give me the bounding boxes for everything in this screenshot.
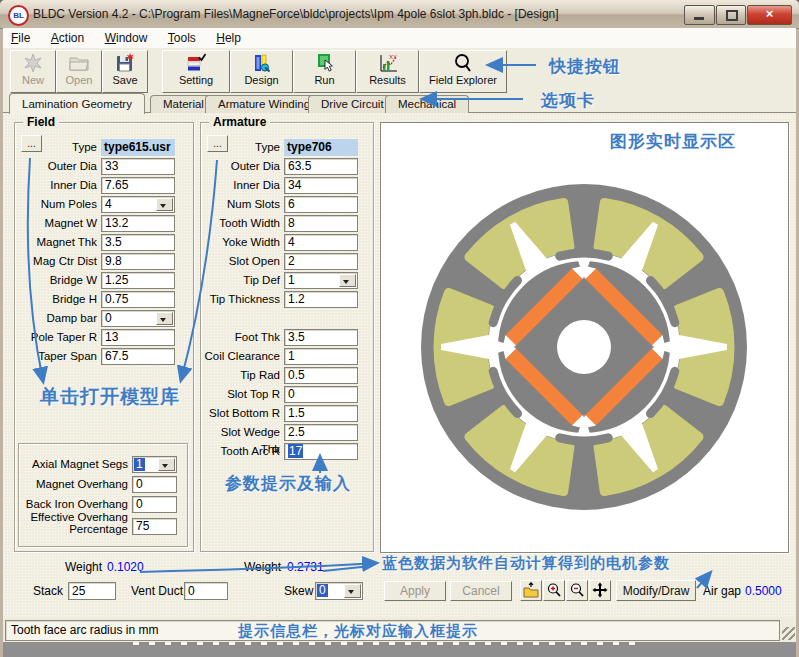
foot-thk-input[interactable]: 3.5 bbox=[284, 329, 358, 346]
armature-inner-dia-input[interactable]: 34 bbox=[284, 177, 358, 194]
magnet-overhang-input[interactable]: 0 bbox=[132, 476, 177, 493]
num-poles-combobox[interactable]: 4 bbox=[101, 196, 175, 213]
num-slots-input[interactable]: 6 bbox=[284, 196, 358, 213]
magnet-w-input[interactable]: 13.2 bbox=[101, 215, 175, 232]
results-button[interactable]: XY Results bbox=[356, 50, 419, 93]
tab-drive-circuit[interactable]: Drive Circuit bbox=[308, 95, 397, 113]
resize-grip-icon[interactable] bbox=[782, 627, 795, 640]
app-window: BL BLDC Version 4.2 - C:\Program Files\M… bbox=[0, 0, 799, 657]
tab-armature-winding[interactable]: Armature Winding bbox=[205, 95, 323, 113]
yoke-width-input[interactable]: 4 bbox=[284, 234, 358, 251]
tooth-arc-r-input[interactable]: 17 bbox=[284, 443, 358, 460]
menu-help[interactable]: Help bbox=[208, 29, 249, 45]
field-explorer-button[interactable]: Field Explorer bbox=[419, 50, 507, 93]
field-outer-dia-input[interactable]: 33 bbox=[101, 158, 175, 175]
tip-rad-input[interactable]: 0.5 bbox=[284, 367, 358, 384]
motor-cross-section bbox=[381, 123, 786, 550]
run-button[interactable]: Run bbox=[293, 50, 356, 93]
dropdown-arrow-icon[interactable] bbox=[339, 274, 356, 287]
field-inner-dia-input[interactable]: 7.65 bbox=[101, 177, 175, 194]
apply-button[interactable]: Apply bbox=[384, 581, 446, 601]
design-button[interactable]: Design bbox=[230, 50, 293, 93]
status-field: Tooth face arc radius in mm 提示信息栏，光标对应输入… bbox=[5, 620, 780, 641]
stack-input[interactable]: 25 bbox=[68, 582, 116, 600]
save-button[interactable]: Save bbox=[102, 50, 148, 93]
maximize-button[interactable] bbox=[716, 5, 746, 25]
annotation-calc: 蓝色数据为软件自动计算得到的电机参数 bbox=[382, 554, 670, 573]
row-label: Damp bar bbox=[15, 310, 97, 327]
new-button[interactable]: New bbox=[10, 50, 56, 93]
save-icon bbox=[114, 52, 136, 74]
pole-taper-r-input[interactable]: 13 bbox=[101, 329, 175, 346]
toolbar: New Open Save Setting Design Run bbox=[3, 48, 796, 94]
mag-ctr-dist-input[interactable]: 9.8 bbox=[101, 253, 175, 270]
slot-open-input[interactable]: 2 bbox=[284, 253, 358, 270]
annotation-input: 参数提示及输入 bbox=[225, 472, 351, 495]
export-image-button[interactable] bbox=[520, 580, 542, 601]
design-icon bbox=[251, 52, 273, 74]
skew-combobox[interactable]: 0 bbox=[315, 582, 363, 600]
annotation-display: 图形实时显示区 bbox=[610, 130, 736, 153]
tabstrip: Lamination Geometry Material Armature Wi… bbox=[3, 93, 796, 113]
dropdown-arrow-icon[interactable] bbox=[156, 198, 173, 211]
clipped-watermark bbox=[3, 642, 796, 657]
window-title: BLDC Version 4.2 - C:\Program Files\Magn… bbox=[33, 7, 559, 21]
setting-button[interactable]: Setting bbox=[162, 50, 230, 93]
menu-tools[interactable]: Tools bbox=[160, 29, 204, 45]
open-button[interactable]: Open bbox=[56, 50, 102, 93]
dropdown-arrow-icon[interactable] bbox=[158, 458, 175, 471]
coil-clearance-input[interactable]: 1 bbox=[284, 348, 358, 365]
tab-lamination-geometry[interactable]: Lamination Geometry bbox=[9, 93, 145, 114]
taper-span-input[interactable]: 67.5 bbox=[101, 348, 175, 365]
modify-draw-button[interactable]: Modify/Draw bbox=[616, 580, 696, 601]
annotation-library: 单击打开模型库 bbox=[40, 384, 180, 410]
menu-file[interactable]: File bbox=[3, 29, 38, 45]
row-label: Outer Dia bbox=[15, 158, 97, 175]
minimize-button[interactable] bbox=[684, 5, 715, 25]
tip-def-combobox[interactable]: 1 bbox=[284, 272, 358, 289]
tip-thickness-input[interactable]: 1.2 bbox=[284, 291, 358, 308]
slot-top-r-input[interactable]: 0 bbox=[284, 386, 358, 403]
slot-bottom-r-input[interactable]: 1.5 bbox=[284, 405, 358, 422]
dropdown-arrow-icon[interactable] bbox=[344, 584, 361, 598]
zoom-out-icon bbox=[569, 582, 585, 598]
tooth-width-input[interactable]: 8 bbox=[284, 215, 358, 232]
damp-bar-combobox[interactable]: 0 bbox=[101, 310, 175, 327]
menu-action[interactable]: Action bbox=[43, 29, 92, 45]
dropdown-arrow-icon[interactable] bbox=[156, 312, 173, 325]
bridge-h-input[interactable]: 0.75 bbox=[101, 291, 175, 308]
field-type-value[interactable]: type615.usr bbox=[101, 139, 175, 156]
folder-out-icon bbox=[523, 582, 539, 598]
row-label: Taper Span bbox=[15, 348, 97, 365]
lamination-geometry-page: Field ... Typetype615.usr Outer Dia33 In… bbox=[3, 113, 796, 618]
cancel-button[interactable]: Cancel bbox=[450, 581, 512, 601]
zoom-out-button[interactable] bbox=[566, 580, 588, 601]
vent-duct-label: Vent Duct bbox=[131, 584, 183, 598]
zoom-in-button[interactable] bbox=[543, 580, 565, 601]
titlebar: BL BLDC Version 4.2 - C:\Program Files\M… bbox=[0, 0, 799, 29]
field-weight-value: 0.1020 bbox=[107, 560, 144, 574]
combo-value-selected: 0 bbox=[317, 584, 328, 597]
tab-mechanical[interactable]: Mechanical bbox=[385, 95, 469, 113]
motor-display-panel[interactable] bbox=[380, 122, 789, 553]
magnet-thk-input[interactable]: 3.5 bbox=[101, 234, 175, 251]
annotation-toolbar: 快捷按钮 bbox=[549, 55, 621, 78]
field-group-title: Field bbox=[23, 115, 59, 129]
slot-wedge-thk-input[interactable]: 2.5 bbox=[284, 424, 358, 441]
bridge-w-input[interactable]: 1.25 bbox=[101, 272, 175, 289]
pan-button[interactable] bbox=[589, 580, 611, 601]
vent-duct-input[interactable]: 0 bbox=[184, 582, 228, 600]
row-label: Tip Thickness bbox=[201, 291, 280, 308]
run-icon bbox=[314, 52, 336, 74]
row-label: Mag Ctr Dist bbox=[15, 253, 97, 270]
armature-type-value[interactable]: type706 bbox=[284, 139, 358, 156]
menu-window[interactable]: Window bbox=[97, 29, 156, 45]
pan-icon bbox=[592, 582, 608, 598]
axial-magnet-segs-combobox[interactable]: 1 bbox=[132, 456, 177, 473]
air-gap-label: Air gap bbox=[703, 584, 741, 598]
armature-outer-dia-input[interactable]: 63.5 bbox=[284, 158, 358, 175]
zoom-in-icon bbox=[546, 582, 562, 598]
skew-label: Skew bbox=[284, 584, 313, 598]
close-button[interactable]: × bbox=[747, 5, 792, 25]
effective-overhang-input[interactable]: 75 bbox=[132, 518, 177, 535]
